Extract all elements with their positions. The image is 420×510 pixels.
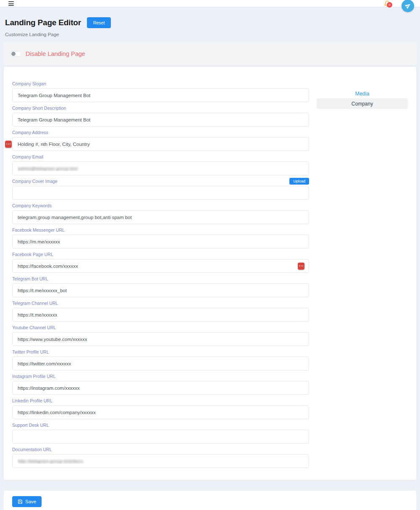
- instagram-profile-url-input[interactable]: [12, 381, 309, 395]
- red-ellipsis-badge-icon: [5, 140, 12, 148]
- save-card: Save: [3, 490, 417, 510]
- form-field: Support Desk URL: [12, 422, 309, 444]
- top-navbar: 0: [0, 0, 420, 7]
- field-label: Support Desk URL: [12, 423, 49, 428]
- menu-icon[interactable]: [8, 1, 14, 7]
- floppy-disk-icon: [18, 499, 23, 504]
- twitter-profile-url-input[interactable]: [12, 357, 309, 370]
- field-label: Company Keywords: [12, 203, 52, 208]
- field-label: Documentation URL: [12, 447, 52, 452]
- notifications-button[interactable]: 0: [384, 0, 394, 9]
- disable-landing-card: Disable Landing Page: [3, 42, 417, 65]
- nav-item-media[interactable]: Media: [317, 91, 408, 97]
- linkedin-profile-url-input[interactable]: [12, 405, 309, 419]
- facebook-page-url-input[interactable]: [12, 259, 309, 273]
- field-label: Company Email: [12, 154, 43, 159]
- form-field: Documentation URL: [12, 446, 309, 468]
- form-field: Facebook Page URL: [12, 251, 309, 273]
- landing-form-card: Company Slogan Company Short Description…: [3, 66, 417, 480]
- form-field: Twitter Profile URL: [12, 349, 309, 370]
- telegram-bot-url-input[interactable]: [12, 283, 309, 297]
- facebook-messenger-url-input[interactable]: [12, 235, 309, 248]
- field-label: Company Slogan: [12, 81, 46, 86]
- page-header: Landing Page Editor Reset: [5, 17, 415, 28]
- youtube-channel-url-input[interactable]: [12, 332, 309, 346]
- field-label: Youtube Channel URL: [12, 325, 56, 330]
- field-label: Company Cover Image: [12, 179, 58, 184]
- nav-item-company[interactable]: Company: [317, 98, 408, 109]
- save-button-label: Save: [25, 499, 36, 504]
- notification-badge: 0: [387, 2, 392, 8]
- field-label: Company Address: [12, 130, 48, 135]
- upload-button[interactable]: Upload: [289, 178, 309, 185]
- support-desk-url-input[interactable]: [12, 430, 309, 444]
- form-field: Company Keywords: [12, 202, 309, 224]
- company-slogan-input[interactable]: [12, 88, 309, 102]
- field-label: Twitter Profile URL: [12, 349, 49, 354]
- field-label: Instagram Profile URL: [12, 374, 55, 379]
- company-short-description-input[interactable]: [12, 113, 309, 127]
- form-field: Company Slogan: [12, 80, 309, 102]
- form-field: Company Email: [12, 153, 309, 175]
- company-email-input[interactable]: [12, 161, 309, 175]
- page-subtitle: Customize Landing Page: [5, 32, 415, 37]
- form-field: Linkedin Profile URL: [12, 397, 309, 419]
- form-fields: Company Slogan Company Short Description…: [12, 80, 309, 470]
- toggle-knob: [11, 52, 16, 56]
- form-field: Telegram Channel URL: [12, 300, 309, 322]
- telegram-button[interactable]: [402, 0, 414, 12]
- telegram-channel-url-input[interactable]: [12, 308, 309, 322]
- field-label: Telegram Channel URL: [12, 301, 58, 306]
- section-nav: Media Company: [317, 80, 408, 470]
- page-title: Landing Page Editor: [5, 18, 81, 27]
- reset-button[interactable]: Reset: [87, 17, 111, 28]
- save-button[interactable]: Save: [12, 496, 42, 507]
- field-label: Linkedin Profile URL: [12, 398, 52, 403]
- field-label: Facebook Messenger URL: [12, 227, 65, 233]
- form-field: Facebook Messenger URL: [12, 227, 309, 248]
- company-keywords-input[interactable]: [12, 210, 309, 224]
- field-label: Facebook Page URL: [12, 252, 53, 257]
- telegram-send-icon: [404, 2, 412, 10]
- documentation-url-input[interactable]: [12, 454, 309, 468]
- page-content: Landing Page Editor Reset Customize Land…: [0, 17, 420, 510]
- disable-landing-toggle[interactable]: [10, 51, 21, 57]
- form-field: Instagram Profile URL: [12, 373, 309, 395]
- field-label: Telegram Bot URL: [12, 276, 48, 281]
- form-field: Company Cover Image Upload: [12, 178, 309, 200]
- form-field: Telegram Bot URL: [12, 275, 309, 297]
- form-field: Youtube Channel URL: [12, 324, 309, 346]
- red-ellipsis-badge-icon: [298, 262, 304, 270]
- disable-landing-label: Disable Landing Page: [26, 50, 85, 57]
- company-address-input[interactable]: [12, 137, 309, 151]
- form-field: Company Address: [12, 129, 309, 151]
- field-label: Company Short Description: [12, 106, 66, 111]
- company-cover-image-input[interactable]: [12, 186, 309, 200]
- form-field: Company Short Description: [12, 105, 309, 127]
